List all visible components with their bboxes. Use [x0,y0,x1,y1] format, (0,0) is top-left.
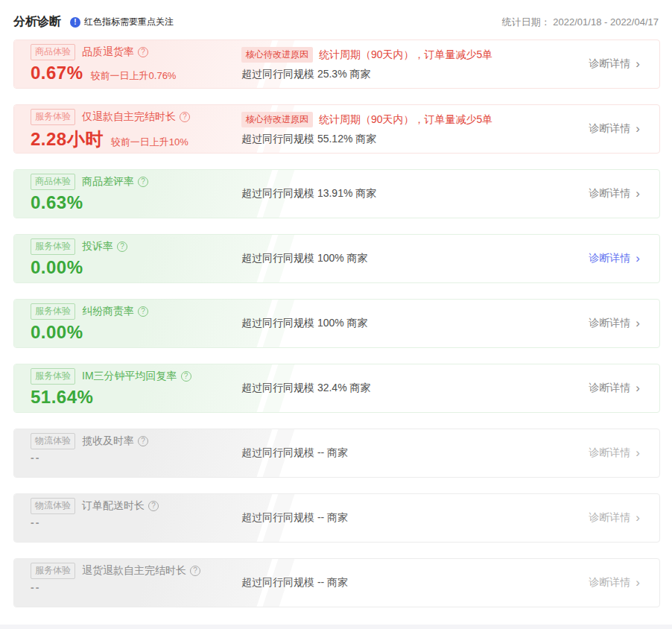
peer-text: 超过同行同规模 55.12% 商家 [241,133,589,146]
metric-detail: 超过同行同规模 100% 商家 [241,252,589,265]
metric-detail: 超过同行同规模 -- 商家 [241,511,589,525]
experience-tag: 商品体验 [31,174,75,190]
reason-text: 统计周期（90天内），订单量减少5单 [319,48,492,62]
detail-label: 诊断详情 [589,382,630,395]
help-icon[interactable]: ? [138,177,148,187]
metric-card: 服务体验 IM三分钟平均回复率 ? 51.64% 超过同行同规模 32.4% 商… [13,364,660,413]
detail-link[interactable]: 诊断详情 › [589,252,640,265]
detail-link[interactable]: 诊断详情 › [589,446,640,460]
help-icon[interactable]: ? [181,371,191,382]
metric-detail: 超过同行同规模 13.91% 商家 [241,187,589,200]
metric-detail: 核心待改进原因 统计周期（90天内），订单量减少5单 超过同行同规模 55.12… [241,112,589,146]
help-icon[interactable]: ? [138,47,148,57]
experience-tag: 服务体验 [31,368,75,385]
help-icon[interactable]: ? [117,241,127,252]
chevron-right-icon: › [635,253,640,264]
metric-card: 服务体验 退货退款自主完结时长 ? -- 超过同行同规模 -- 商家 诊断详情 … [13,558,660,607]
help-icon[interactable]: ? [180,112,190,122]
detail-label: 诊断详情 [589,511,630,525]
metric-name: 投诉率 ? [82,240,127,253]
detail-label: 诊断详情 [589,252,630,265]
chevron-right-icon: › [635,189,640,199]
metric-value: -- [31,581,40,593]
metric-card: 商品体验 商品差评率 ? 0.63% 超过同行同规模 13.91% 商家 诊断详… [13,169,660,218]
metric-value: 0.67% [31,63,83,83]
experience-tag: 物流体验 [31,498,75,514]
reason-tag: 核心待改进原因 [241,47,313,63]
detail-link[interactable]: 诊断详情 › [589,382,640,395]
chevron-right-icon: › [635,383,640,393]
peer-text: 超过同行同规模 100% 商家 [241,317,589,330]
metric-name-label: 纠纷商责率 [82,305,134,318]
metric-card: 服务体验 仅退款自主完结时长 ? 2.28小时 较前一日上升10% 核心待改进原… [13,104,660,154]
peer-text: 超过同行同规模 13.91% 商家 [241,187,589,200]
peer-text: 超过同行同规模 -- 商家 [241,446,589,460]
metric-summary: 服务体验 退货退款自主完结时长 ? -- [31,563,241,604]
detail-link[interactable]: 诊断详情 › [589,122,640,136]
detail-label: 诊断详情 [589,57,630,71]
metric-name: 退货退款自主完结时长 ? [82,564,200,578]
metric-name-label: 揽收及时率 [82,434,134,448]
detail-link[interactable]: 诊断详情 › [589,576,640,590]
metric-summary: 商品体验 品质退货率 ? 0.67% 较前一日上升0.76% [31,44,241,85]
delta-text: 较前一日上升10% [111,136,188,149]
help-icon[interactable]: ? [138,436,148,446]
delta-text: 较前一日上升0.76% [91,69,177,83]
metric-value: -- [31,516,40,528]
metric-card: 服务体验 投诉率 ? 0.00% 超过同行同规模 100% 商家 诊断详情 › [13,234,660,283]
chevron-right-icon: › [635,513,640,523]
chevron-right-icon: › [635,578,640,588]
experience-tag: 物流体验 [31,433,75,449]
metric-name-label: 投诉率 [82,240,113,253]
experience-tag: 服务体验 [31,563,75,579]
help-icon[interactable]: ? [190,566,200,576]
metric-summary: 物流体验 订单配送时长 ? -- [31,498,241,539]
help-icon[interactable]: ? [148,501,159,511]
metric-name: 揽收及时率 ? [82,434,148,448]
metric-value: 0.00% [31,322,83,343]
metric-value: 2.28小时 [31,127,104,151]
experience-tag: 服务体验 [31,303,75,320]
metric-name: 纠纷商责率 ? [82,305,148,318]
metric-card: 服务体验 纠纷商责率 ? 0.00% 超过同行同规模 100% 商家 诊断详情 … [13,299,660,348]
metric-summary: 服务体验 IM三分钟平均回复率 ? 51.64% [31,368,241,409]
metric-detail: 核心待改进原因 统计周期（90天内），订单量减少5单 超过同行同规模 25.3%… [241,47,589,81]
metric-name-label: 仅退款自主完结时长 [82,110,176,124]
metric-card: 物流体验 揽收及时率 ? -- 超过同行同规模 -- 商家 诊断详情 › [13,429,660,478]
reason-line: 核心待改进原因 统计周期（90天内），订单量减少5单 [241,112,589,127]
metric-summary: 服务体验 纠纷商责率 ? 0.00% [31,303,241,344]
help-icon[interactable]: ? [138,306,148,317]
metric-name-label: IM三分钟平均回复率 [82,370,177,383]
metric-name: 订单配送时长 ? [82,499,159,513]
peer-text: 超过同行同规模 32.4% 商家 [241,382,589,395]
info-icon: ! [70,17,80,28]
detail-link[interactable]: 诊断详情 › [589,187,640,200]
detail-link[interactable]: 诊断详情 › [589,317,640,330]
experience-tag: 服务体验 [31,238,75,255]
detail-link[interactable]: 诊断详情 › [589,57,640,71]
metric-detail: 超过同行同规模 32.4% 商家 [241,382,589,395]
analysis-diagnosis-page: 分析诊断 ! 红色指标需要重点关注 统计日期： 2022/01/18 - 202… [0,0,672,629]
header-notice: 红色指标需要重点关注 [84,16,174,28]
reason-tag: 核心待改进原因 [241,112,313,127]
metric-name: 品质退货率 ? [82,45,148,59]
metric-card: 物流体验 订单配送时长 ? -- 超过同行同规模 -- 商家 诊断详情 › [13,493,660,543]
metric-detail: 超过同行同规模 -- 商家 [241,576,589,590]
metric-name-label: 订单配送时长 [82,499,145,513]
detail-link[interactable]: 诊断详情 › [589,511,640,525]
reason-text: 统计周期（90天内），订单量减少5单 [319,113,492,127]
chevron-right-icon: › [635,124,640,134]
metric-detail: 超过同行同规模 -- 商家 [241,446,589,460]
metric-summary: 商品体验 商品差评率 ? 0.63% [31,174,241,215]
metric-value: -- [31,452,40,464]
stat-date-range: 统计日期： 2022/01/18 - 2022/04/17 [502,16,659,29]
metric-card: 商品体验 品质退货率 ? 0.67% 较前一日上升0.76% 核心待改进原因 统… [13,39,660,89]
peer-text: 超过同行同规模 -- 商家 [241,576,589,590]
detail-label: 诊断详情 [589,446,630,460]
peer-text: 超过同行同规模 25.3% 商家 [241,68,589,81]
metric-name: 仅退款自主完结时长 ? [82,110,190,124]
page-header: 分析诊断 ! 红色指标需要重点关注 统计日期： 2022/01/18 - 202… [0,0,672,30]
metric-name-label: 商品差评率 [82,175,134,189]
chevron-right-icon: › [635,59,640,69]
peer-text: 超过同行同规模 -- 商家 [241,511,589,525]
